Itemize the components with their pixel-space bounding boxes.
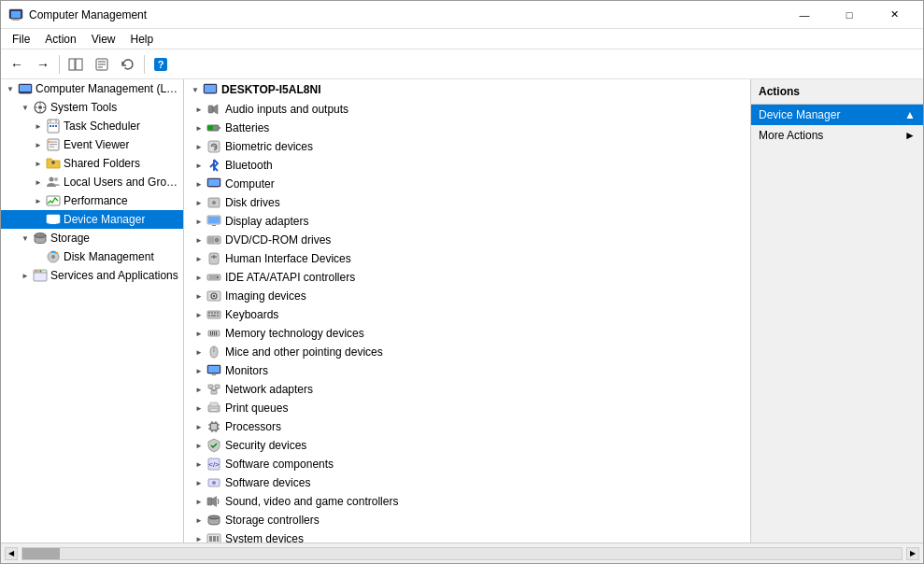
svg-rect-105: [210, 402, 218, 406]
tree-storage[interactable]: ▼ Storage: [1, 229, 183, 247]
human-interface-label: Human Interface Devices: [225, 252, 351, 265]
svg-rect-88: [217, 315, 219, 317]
security-arrow: ►: [192, 438, 206, 453]
tree-local-users[interactable]: ► Local Users and Groups: [1, 173, 183, 191]
device-item-system-devices[interactable]: ►System devices: [184, 529, 750, 543]
svg-point-71: [215, 238, 219, 242]
close-button[interactable]: ✕: [873, 2, 916, 28]
device-item-security[interactable]: ►Security devices: [184, 436, 750, 455]
svg-rect-68: [212, 225, 216, 226]
device-item-display-adapters[interactable]: ►Display adapters: [184, 212, 750, 231]
keyboards-arrow: ►: [192, 307, 206, 322]
svg-text:?: ?: [158, 59, 164, 70]
menu-help[interactable]: Help: [123, 31, 162, 48]
device-item-ide-ata[interactable]: ►IDE ATA/ATAPI controllers: [184, 268, 750, 287]
scroll-left-button[interactable]: ◀: [5, 547, 18, 560]
menu-action[interactable]: Action: [37, 31, 83, 48]
svg-point-48: [36, 271, 37, 273]
tree-event-viewer[interactable]: ► Event Viewer: [1, 135, 183, 154]
tree-task-scheduler[interactable]: ► Task Scheduler: [1, 117, 183, 135]
svg-rect-125: [213, 536, 216, 542]
disk-management-icon: [46, 249, 61, 264]
svg-rect-57: [219, 127, 220, 129]
computer-icon: [206, 176, 221, 191]
svg-point-80: [213, 295, 215, 297]
toolbar-showhide-button[interactable]: [64, 53, 88, 76]
audio-label: Audio inputs and outputs: [225, 103, 348, 116]
tree-performance[interactable]: ► Performance: [1, 191, 183, 210]
svg-point-120: [212, 481, 216, 485]
svg-rect-97: [212, 374, 216, 375]
storage-label: Storage: [50, 232, 90, 245]
toolbar-back-button[interactable]: ←: [5, 53, 29, 76]
device-manager-icon: [46, 212, 61, 227]
device-item-bluetooth[interactable]: ►Bluetooth: [184, 156, 750, 175]
tree-root[interactable]: ▼ Computer Management (Local: [1, 79, 183, 98]
device-item-mice[interactable]: ►Mice and other pointing devices: [184, 343, 750, 361]
display-icon: [206, 214, 221, 229]
device-item-network-adapters[interactable]: ►Network adapters: [184, 380, 750, 399]
device-item-batteries[interactable]: ►Batteries: [184, 119, 750, 137]
task-scheduler-label: Task Scheduler: [64, 120, 140, 133]
minimize-button[interactable]: —: [783, 2, 826, 28]
monitors-label: Monitors: [225, 364, 268, 377]
batteries-label: Batteries: [225, 121, 269, 134]
device-item-monitors[interactable]: ►Monitors: [184, 361, 750, 380]
print-queues-label: Print queues: [225, 402, 288, 415]
maximize-button[interactable]: □: [828, 2, 871, 28]
device-item-print-queues[interactable]: ►Print queues: [184, 399, 750, 417]
svg-rect-27: [52, 125, 54, 127]
title-bar: Computer Management — □ ✕: [1, 1, 923, 29]
computer-arrow: ►: [192, 176, 206, 191]
menu-view[interactable]: View: [84, 31, 123, 48]
biometric-icon: [206, 139, 221, 154]
device-item-disk-drives[interactable]: ►Disk drives: [184, 193, 750, 212]
device-item-computer[interactable]: ►Computer: [184, 175, 750, 193]
svg-rect-15: [21, 93, 30, 94]
toolbar-separator-1: [59, 55, 60, 74]
device-item-software-devices[interactable]: ►Software devices: [184, 473, 750, 492]
toolbar-properties-button[interactable]: [90, 53, 114, 76]
ide-ata-label: IDE ATA/ATAPI controllers: [225, 271, 355, 284]
storage-controllers-arrow: ►: [192, 513, 206, 528]
scroll-bar-horizontal[interactable]: [21, 547, 903, 560]
svg-rect-44: [51, 251, 55, 253]
action-more-actions[interactable]: More Actions ►: [751, 125, 923, 146]
device-item-human-interface[interactable]: ►Human Interface Devices: [184, 249, 750, 268]
menu-file[interactable]: File: [5, 31, 37, 48]
svg-rect-63: [209, 187, 219, 188]
center-panel: ▼ DESKTOP-I5AL8NI ►Audio inputs and outp…: [184, 79, 750, 543]
right-panel: Actions Device Manager ▲ More Actions ►: [750, 79, 923, 543]
device-item-imaging[interactable]: ►Imaging devices: [184, 287, 750, 305]
tree-system-tools[interactable]: ▼ System Tools: [1, 98, 183, 117]
svg-rect-91: [212, 331, 213, 335]
tree-services-apps[interactable]: ► Services and Applications: [1, 266, 183, 285]
toolbar-refresh-button[interactable]: [116, 53, 140, 76]
toolbar-help-button[interactable]: ?: [149, 53, 173, 76]
device-item-keyboards[interactable]: ►Keyboards: [184, 305, 750, 324]
tree-device-manager[interactable]: ► Device Manager: [1, 210, 183, 229]
event-viewer-icon: [46, 137, 61, 152]
device-item-sound-video[interactable]: ►Sound, video and game controllers: [184, 492, 750, 511]
storage-controllers-label: Storage controllers: [225, 514, 320, 527]
device-item-memory-tech[interactable]: ►Memory technology devices: [184, 324, 750, 343]
svg-rect-5: [76, 59, 82, 70]
svg-rect-121: [207, 498, 212, 505]
performance-arrow: ►: [31, 193, 46, 208]
tree-disk-management[interactable]: ► Disk Management: [1, 247, 183, 266]
network-icon: [206, 382, 221, 397]
device-item-processors[interactable]: ►Processors: [184, 417, 750, 436]
svg-rect-86: [208, 315, 210, 317]
device-item-storage-controllers[interactable]: ►Storage controllers: [184, 511, 750, 529]
scroll-right-button[interactable]: ▶: [906, 547, 919, 560]
dvd-icon: [206, 233, 221, 247]
device-item-software-components[interactable]: ►</>Software components: [184, 455, 750, 473]
svg-rect-98: [210, 374, 218, 374]
action-device-manager[interactable]: Device Manager ▲: [751, 105, 923, 125]
network-adapters-arrow: ►: [192, 382, 206, 397]
tree-shared-folders[interactable]: ► Shared Folders: [1, 154, 183, 173]
device-item-audio[interactable]: ►Audio inputs and outputs: [184, 100, 750, 119]
device-item-biometric[interactable]: ►Biometric devices: [184, 137, 750, 156]
device-item-dvd-rom[interactable]: ►DVD/CD-ROM drives: [184, 231, 750, 249]
toolbar-forward-button[interactable]: →: [31, 53, 55, 76]
